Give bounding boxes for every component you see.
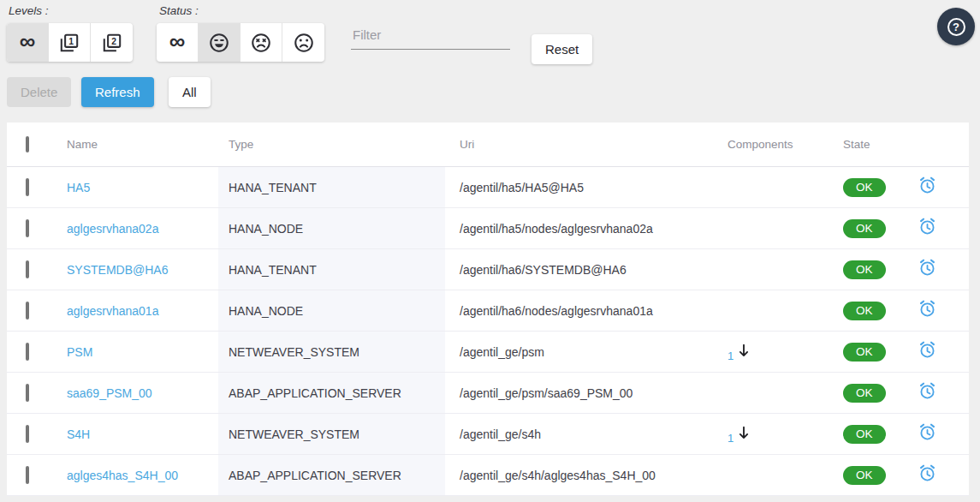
row-uri: /agentil_ge/psm/saa69_PSM_00 xyxy=(460,386,633,400)
row-checkbox[interactable] xyxy=(26,219,29,237)
table-row: PSM NETWEAVER_SYSTEM /agentil_ge/psm 1 O… xyxy=(7,332,969,373)
happy-face-icon xyxy=(208,32,230,54)
row-type: HANA_NODE xyxy=(229,304,303,318)
row-name-link[interactable]: saa69_PSM_00 xyxy=(67,386,152,400)
state-badge: OK xyxy=(843,260,886,279)
levels-button-group: ∞ 1 2 xyxy=(7,23,133,62)
row-checkbox[interactable] xyxy=(26,260,29,278)
table-row: S4H NETWEAVER_SYSTEM /agentil_ge/s4h 1 O… xyxy=(7,414,969,455)
state-badge: OK xyxy=(843,425,886,444)
row-checkbox[interactable] xyxy=(26,425,29,443)
row-type: HANA_NODE xyxy=(229,222,303,236)
row-checkbox[interactable] xyxy=(26,343,29,361)
filter-level-1-icon: 1 xyxy=(58,32,80,54)
components-count: 1 xyxy=(728,432,734,445)
infinity-icon: ∞ xyxy=(20,30,36,52)
status-button-group: ∞ xyxy=(157,23,324,62)
column-header-state[interactable]: State xyxy=(822,138,900,151)
row-uri: /agentil_ge/psm xyxy=(460,345,544,359)
state-badge: OK xyxy=(843,178,886,197)
row-uri: /agentil/ha6/SYSTEMDB@HA6 xyxy=(460,263,627,277)
row-checkbox[interactable] xyxy=(26,466,29,484)
row-type: NETWEAVER_SYSTEM xyxy=(229,345,359,359)
levels-2-button[interactable]: 2 xyxy=(91,23,133,62)
alarm-clock-icon[interactable] xyxy=(918,176,937,195)
alarm-clock-icon[interactable] xyxy=(918,463,937,483)
alarm-clock-icon[interactable] xyxy=(918,422,937,442)
table-header-row: Name Type Uri Components State xyxy=(7,123,969,167)
row-type: NETWEAVER_SYSTEM xyxy=(229,427,359,441)
reset-button[interactable]: Reset xyxy=(532,34,592,64)
sad-face-icon xyxy=(293,32,315,54)
row-uri: /agentil/ha5/HA5@HA5 xyxy=(460,181,584,194)
all-button[interactable]: All xyxy=(169,77,211,107)
row-name-link[interactable]: aglgesrvhana02a xyxy=(67,222,158,236)
row-name-link[interactable]: SYSTEMDB@HA6 xyxy=(67,263,168,277)
row-type: ABAP_APPLICATION_SERVER xyxy=(229,469,401,482)
alarm-clock-icon[interactable] xyxy=(918,258,937,278)
table-row: SYSTEMDB@HA6 HANA_TENANT /agentil/ha6/SY… xyxy=(7,249,969,290)
status-all-button[interactable]: ∞ xyxy=(157,23,199,62)
row-name-link[interactable]: S4H xyxy=(67,427,90,441)
refresh-button[interactable]: Refresh xyxy=(81,77,154,107)
levels-all-button[interactable]: ∞ xyxy=(7,23,49,62)
table-row: HA5 HANA_TENANT /agentil/ha5/HA5@HA5 OK xyxy=(7,167,969,208)
table-row: saa69_PSM_00 ABAP_APPLICATION_SERVER /ag… xyxy=(7,373,969,414)
row-type: HANA_TENANT xyxy=(229,181,317,194)
levels-label: Levels : xyxy=(9,4,49,17)
state-badge: OK xyxy=(843,466,886,485)
alarm-clock-icon[interactable] xyxy=(918,299,937,319)
svg-text:2: 2 xyxy=(111,36,116,45)
row-name-link[interactable]: aglges4has_S4H_00 xyxy=(67,469,178,482)
row-name-link[interactable]: aglgesrvhana01a xyxy=(67,304,158,318)
table-body: HA5 HANA_TENANT /agentil/ha5/HA5@HA5 OK … xyxy=(7,167,969,496)
row-uri: /agentil/ha6/nodes/aglgesrvhana01a xyxy=(460,304,653,318)
filter-field-wrap xyxy=(351,24,510,50)
row-type: HANA_TENANT xyxy=(229,263,317,277)
row-name-link[interactable]: PSM xyxy=(67,345,92,359)
help-button[interactable]: ? xyxy=(937,8,975,45)
status-label: Status : xyxy=(159,4,199,17)
alarm-clock-icon[interactable] xyxy=(918,217,937,236)
expand-down-arrow-icon[interactable] xyxy=(734,424,753,443)
column-header-type[interactable]: Type xyxy=(218,123,445,166)
table-row: aglgesrvhana01a HANA_NODE /agentil/ha6/n… xyxy=(7,290,969,332)
expand-down-arrow-icon[interactable] xyxy=(734,342,753,361)
state-badge: OK xyxy=(843,302,886,320)
status-ok-button[interactable] xyxy=(199,23,241,62)
infinity-icon: ∞ xyxy=(169,30,186,52)
filter-level-2-icon: 2 xyxy=(101,32,123,54)
question-mark-icon: ? xyxy=(947,18,965,36)
resources-table: Name Type Uri Components State HA5 HANA_… xyxy=(7,123,969,496)
status-warning-button[interactable] xyxy=(241,23,282,62)
row-uri: /agentil/ha5/nodes/aglgesrvhana02a xyxy=(460,222,653,236)
row-name-link[interactable]: HA5 xyxy=(67,181,90,194)
table-row: aglgesrvhana02a HANA_NODE /agentil/ha5/n… xyxy=(7,208,969,249)
levels-1-button[interactable]: 1 xyxy=(49,23,91,62)
delete-button[interactable]: Delete xyxy=(7,77,71,107)
row-components[interactable]: 1 xyxy=(717,424,822,445)
row-uri: /agentil_ge/s4h xyxy=(460,427,541,441)
row-checkbox[interactable] xyxy=(26,178,29,196)
alarm-clock-icon[interactable] xyxy=(918,340,937,360)
components-count: 1 xyxy=(728,350,734,362)
table-row: aglges4has_S4H_00 ABAP_APPLICATION_SERVE… xyxy=(7,455,969,496)
row-checkbox[interactable] xyxy=(26,302,29,320)
column-header-uri[interactable]: Uri xyxy=(445,138,717,151)
filter-input[interactable] xyxy=(351,24,510,50)
select-all-checkbox[interactable] xyxy=(26,136,29,152)
state-badge: OK xyxy=(843,343,886,362)
row-components[interactable]: 1 xyxy=(717,342,822,362)
state-badge: OK xyxy=(843,384,886,403)
row-checkbox[interactable] xyxy=(26,384,29,402)
state-badge: OK xyxy=(843,219,886,238)
row-uri: /agentil_ge/s4h/aglges4has_S4H_00 xyxy=(460,469,656,482)
row-type: ABAP_APPLICATION_SERVER xyxy=(229,386,401,400)
column-header-name[interactable]: Name xyxy=(60,138,218,151)
dizzy-face-icon xyxy=(250,32,272,54)
column-header-components[interactable]: Components xyxy=(717,138,822,151)
svg-text:1: 1 xyxy=(68,36,74,45)
alarm-clock-icon[interactable] xyxy=(918,381,937,401)
status-critical-button[interactable] xyxy=(282,23,324,62)
